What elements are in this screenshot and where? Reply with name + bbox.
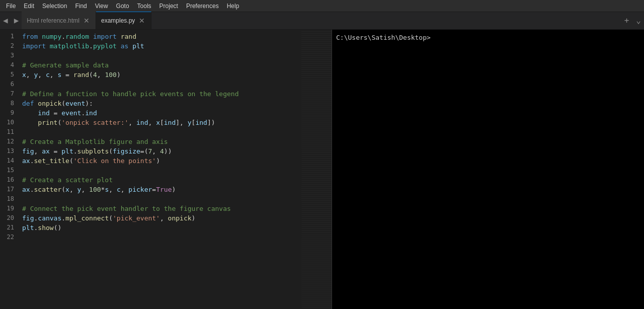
- menu-edit[interactable]: Edit: [20, 0, 38, 12]
- code-area[interactable]: 1 2 3 4 5 6 7 8 9 10 11 12 13 14 15 16 1…: [0, 30, 332, 309]
- menu-tools[interactable]: Tools: [133, 0, 155, 12]
- menu-selection[interactable]: Selection: [38, 0, 71, 12]
- menu-view[interactable]: View: [91, 0, 112, 12]
- tab-examples-py[interactable]: examples.py ✕: [96, 12, 151, 29]
- menu-project[interactable]: Project: [155, 0, 182, 12]
- ln-17: 17: [0, 185, 18, 194]
- ln-2: 2: [0, 41, 18, 51]
- ln-4: 4: [0, 60, 18, 70]
- editor-pane: 1 2 3 4 5 6 7 8 9 10 11 12 13 14 15 16 1…: [0, 30, 332, 309]
- tab-label-py: examples.py: [101, 17, 135, 24]
- ln-10: 10: [0, 118, 18, 127]
- ln-7: 7: [0, 89, 18, 99]
- ln-20: 20: [0, 213, 18, 223]
- ln-13: 13: [0, 146, 18, 156]
- ln-19: 19: [0, 204, 18, 213]
- ln-5: 5: [0, 70, 18, 80]
- ln-11: 11: [0, 127, 18, 137]
- minimap: [301, 30, 332, 309]
- menu-find[interactable]: Find: [71, 0, 91, 12]
- ln-6: 6: [0, 80, 18, 89]
- ln-14: 14: [0, 156, 18, 166]
- tab-nav-back[interactable]: ◀: [0, 12, 11, 29]
- ln-15: 15: [0, 166, 18, 175]
- minimap-content: [301, 30, 332, 309]
- terminal-pane[interactable]: C:\Users\Satish\Desktop>: [332, 30, 644, 309]
- ln-18: 18: [0, 194, 18, 204]
- tab-nav-forward[interactable]: ▶: [11, 12, 22, 29]
- tabbar: ◀ ▶ Html reference.html ✕ examples.py ✕ …: [0, 12, 644, 30]
- menu-file[interactable]: File: [2, 0, 20, 12]
- menu-help[interactable]: Help: [223, 0, 244, 12]
- tab-close-html[interactable]: ✕: [83, 17, 91, 25]
- tab-label-html: Html reference.html: [27, 17, 79, 24]
- line-numbers: 1 2 3 4 5 6 7 8 9 10 11 12 13 14 15 16 1…: [0, 30, 18, 309]
- tab-nav-extra[interactable]: ⌄: [633, 12, 644, 29]
- tab-html-reference[interactable]: Html reference.html ✕: [22, 12, 96, 29]
- tab-add-button[interactable]: +: [620, 12, 633, 29]
- menu-goto[interactable]: Goto: [112, 0, 133, 12]
- ln-9: 9: [0, 108, 18, 118]
- ln-1: 1: [0, 32, 18, 41]
- ln-16: 16: [0, 175, 18, 185]
- menu-preferences[interactable]: Preferences: [182, 0, 223, 12]
- ln-3: 3: [0, 51, 18, 60]
- terminal-path: C:\Users\Satish\Desktop>: [336, 34, 640, 41]
- menubar: File Edit Selection Find View Goto Tools…: [0, 0, 644, 12]
- main-content: 1 2 3 4 5 6 7 8 9 10 11 12 13 14 15 16 1…: [0, 30, 644, 309]
- ln-8: 8: [0, 99, 18, 108]
- ln-21: 21: [0, 223, 18, 233]
- code-content[interactable]: from numpy.random import rand import mat…: [18, 30, 332, 309]
- tab-close-py[interactable]: ✕: [138, 17, 146, 25]
- ln-22: 22: [0, 233, 18, 242]
- ln-12: 12: [0, 137, 18, 146]
